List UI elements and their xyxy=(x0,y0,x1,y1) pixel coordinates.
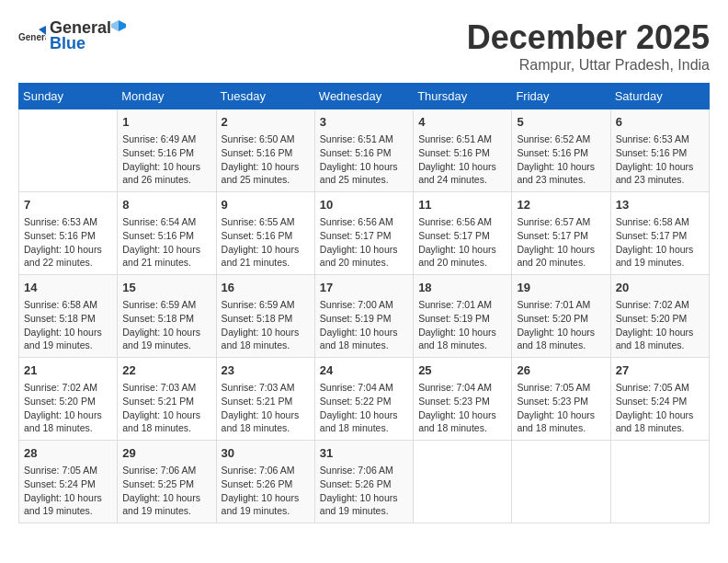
day-info: Sunrise: 7:03 AMSunset: 5:21 PMDaylight:… xyxy=(122,381,210,435)
calendar-cell: 30Sunrise: 7:06 AMSunset: 5:26 PMDayligh… xyxy=(216,441,314,523)
day-info: Sunrise: 6:57 AMSunset: 5:17 PMDaylight:… xyxy=(517,215,605,270)
day-number: 17 xyxy=(320,280,408,296)
calendar-week-row: 14Sunrise: 6:58 AMSunset: 5:18 PMDayligh… xyxy=(19,275,710,358)
calendar-cell xyxy=(414,441,512,523)
day-number: 23 xyxy=(222,362,310,379)
calendar-cell: 7Sunrise: 6:53 AMSunset: 5:16 PMDaylight… xyxy=(19,192,118,275)
calendar-cell: 17Sunrise: 7:00 AMSunset: 5:19 PMDayligh… xyxy=(314,275,413,358)
day-info: Sunrise: 6:50 AMSunset: 5:16 PMDaylight:… xyxy=(222,132,310,187)
day-number: 10 xyxy=(320,197,408,213)
day-info: Sunrise: 6:58 AMSunset: 5:17 PMDaylight:… xyxy=(616,215,704,270)
weekday-header: Wednesday xyxy=(314,84,413,109)
day-info: Sunrise: 7:04 AMSunset: 5:22 PMDaylight:… xyxy=(320,381,408,435)
page-header: General General Blue December 2025 Rampu… xyxy=(18,18,710,74)
calendar-cell: 19Sunrise: 7:01 AMSunset: 5:20 PMDayligh… xyxy=(512,275,610,358)
day-info: Sunrise: 6:49 AMSunset: 5:16 PMDaylight:… xyxy=(122,132,210,187)
day-number: 29 xyxy=(122,445,210,462)
svg-text:General: General xyxy=(18,32,46,42)
location-title: Rampur, Uttar Pradesh, India xyxy=(467,57,710,74)
day-number: 25 xyxy=(418,362,506,379)
calendar-cell: 2Sunrise: 6:50 AMSunset: 5:16 PMDaylight… xyxy=(216,109,314,192)
day-number: 5 xyxy=(517,114,605,131)
day-number: 13 xyxy=(616,197,704,213)
day-number: 9 xyxy=(222,197,310,213)
calendar-cell: 27Sunrise: 7:05 AMSunset: 5:24 PMDayligh… xyxy=(610,358,709,441)
calendar-cell: 20Sunrise: 7:02 AMSunset: 5:20 PMDayligh… xyxy=(610,275,709,358)
calendar-cell: 28Sunrise: 7:05 AMSunset: 5:24 PMDayligh… xyxy=(19,441,118,523)
day-number: 8 xyxy=(122,197,210,213)
calendar-cell: 8Sunrise: 6:54 AMSunset: 5:16 PMDaylight… xyxy=(118,192,216,275)
calendar-header-row: SundayMondayTuesdayWednesdayThursdayFrid… xyxy=(19,84,710,109)
day-info: Sunrise: 6:54 AMSunset: 5:16 PMDaylight:… xyxy=(122,215,210,270)
calendar-cell: 16Sunrise: 6:59 AMSunset: 5:18 PMDayligh… xyxy=(216,275,314,358)
day-number: 24 xyxy=(320,362,408,379)
calendar-week-row: 7Sunrise: 6:53 AMSunset: 5:16 PMDaylight… xyxy=(19,192,710,275)
logo-icon: General xyxy=(18,22,46,50)
day-info: Sunrise: 7:05 AMSunset: 5:24 PMDaylight:… xyxy=(24,464,112,518)
day-info: Sunrise: 6:58 AMSunset: 5:18 PMDaylight:… xyxy=(24,298,112,352)
day-info: Sunrise: 7:05 AMSunset: 5:24 PMDaylight:… xyxy=(616,381,704,435)
day-info: Sunrise: 6:53 AMSunset: 5:16 PMDaylight:… xyxy=(24,215,112,270)
calendar-cell: 9Sunrise: 6:55 AMSunset: 5:16 PMDaylight… xyxy=(216,192,314,275)
day-info: Sunrise: 7:06 AMSunset: 5:26 PMDaylight:… xyxy=(320,464,408,518)
day-info: Sunrise: 6:59 AMSunset: 5:18 PMDaylight:… xyxy=(122,298,210,352)
day-number: 1 xyxy=(122,114,210,131)
calendar-cell: 18Sunrise: 7:01 AMSunset: 5:19 PMDayligh… xyxy=(414,275,512,358)
day-info: Sunrise: 6:52 AMSunset: 5:16 PMDaylight:… xyxy=(517,132,605,187)
day-number: 26 xyxy=(517,362,605,379)
calendar-cell: 26Sunrise: 7:05 AMSunset: 5:23 PMDayligh… xyxy=(512,358,610,441)
title-block: December 2025 Rampur, Uttar Pradesh, Ind… xyxy=(467,18,710,74)
logo-bird-icon xyxy=(111,18,126,33)
day-number: 15 xyxy=(122,280,210,296)
day-info: Sunrise: 7:06 AMSunset: 5:25 PMDaylight:… xyxy=(122,464,210,518)
day-number: 11 xyxy=(418,197,506,213)
calendar-cell xyxy=(610,441,709,523)
day-number: 30 xyxy=(222,445,310,462)
calendar-cell: 14Sunrise: 6:58 AMSunset: 5:18 PMDayligh… xyxy=(19,275,118,358)
calendar-cell: 5Sunrise: 6:52 AMSunset: 5:16 PMDaylight… xyxy=(512,109,610,192)
day-number: 22 xyxy=(122,362,210,379)
calendar-cell: 4Sunrise: 6:51 AMSunset: 5:16 PMDaylight… xyxy=(414,109,512,192)
calendar-cell: 25Sunrise: 7:04 AMSunset: 5:23 PMDayligh… xyxy=(414,358,512,441)
calendar-week-row: 28Sunrise: 7:05 AMSunset: 5:24 PMDayligh… xyxy=(19,441,710,523)
calendar-cell: 10Sunrise: 6:56 AMSunset: 5:17 PMDayligh… xyxy=(314,192,413,275)
weekday-header: Tuesday xyxy=(216,84,314,109)
svg-marker-2 xyxy=(119,20,126,31)
day-info: Sunrise: 7:04 AMSunset: 5:23 PMDaylight:… xyxy=(418,381,506,435)
day-info: Sunrise: 7:02 AMSunset: 5:20 PMDaylight:… xyxy=(24,381,112,435)
day-info: Sunrise: 7:03 AMSunset: 5:21 PMDaylight:… xyxy=(222,381,310,435)
calendar-cell: 11Sunrise: 6:56 AMSunset: 5:17 PMDayligh… xyxy=(414,192,512,275)
calendar-cell: 24Sunrise: 7:04 AMSunset: 5:22 PMDayligh… xyxy=(314,358,413,441)
day-number: 18 xyxy=(418,280,506,296)
day-number: 14 xyxy=(24,280,112,296)
day-info: Sunrise: 6:51 AMSunset: 5:16 PMDaylight:… xyxy=(418,132,506,187)
calendar-week-row: 21Sunrise: 7:02 AMSunset: 5:20 PMDayligh… xyxy=(19,358,710,441)
day-info: Sunrise: 6:51 AMSunset: 5:16 PMDaylight:… xyxy=(320,132,408,187)
calendar-cell xyxy=(19,109,118,192)
calendar-cell: 31Sunrise: 7:06 AMSunset: 5:26 PMDayligh… xyxy=(314,441,413,523)
svg-marker-3 xyxy=(111,20,119,31)
day-info: Sunrise: 6:56 AMSunset: 5:17 PMDaylight:… xyxy=(320,215,408,270)
calendar-cell: 1Sunrise: 6:49 AMSunset: 5:16 PMDaylight… xyxy=(118,109,216,192)
calendar-table: SundayMondayTuesdayWednesdayThursdayFrid… xyxy=(18,83,710,523)
day-number: 27 xyxy=(616,362,704,379)
day-number: 4 xyxy=(418,114,506,131)
day-info: Sunrise: 7:02 AMSunset: 5:20 PMDaylight:… xyxy=(616,298,704,352)
calendar-cell: 22Sunrise: 7:03 AMSunset: 5:21 PMDayligh… xyxy=(118,358,216,441)
day-info: Sunrise: 7:06 AMSunset: 5:26 PMDaylight:… xyxy=(222,464,310,518)
day-number: 19 xyxy=(517,280,605,296)
day-info: Sunrise: 6:55 AMSunset: 5:16 PMDaylight:… xyxy=(222,215,310,270)
day-info: Sunrise: 7:01 AMSunset: 5:20 PMDaylight:… xyxy=(517,298,605,352)
calendar-cell: 3Sunrise: 6:51 AMSunset: 5:16 PMDaylight… xyxy=(314,109,413,192)
day-number: 12 xyxy=(517,197,605,213)
day-number: 31 xyxy=(320,445,408,462)
calendar-cell: 12Sunrise: 6:57 AMSunset: 5:17 PMDayligh… xyxy=(512,192,610,275)
day-number: 2 xyxy=(222,114,310,131)
day-number: 28 xyxy=(24,445,112,462)
weekday-header: Monday xyxy=(118,84,216,109)
day-info: Sunrise: 7:05 AMSunset: 5:23 PMDaylight:… xyxy=(517,381,605,435)
day-number: 16 xyxy=(222,280,310,296)
weekday-header: Friday xyxy=(512,84,610,109)
weekday-header: Sunday xyxy=(19,84,118,109)
day-info: Sunrise: 7:00 AMSunset: 5:19 PMDaylight:… xyxy=(320,298,408,352)
